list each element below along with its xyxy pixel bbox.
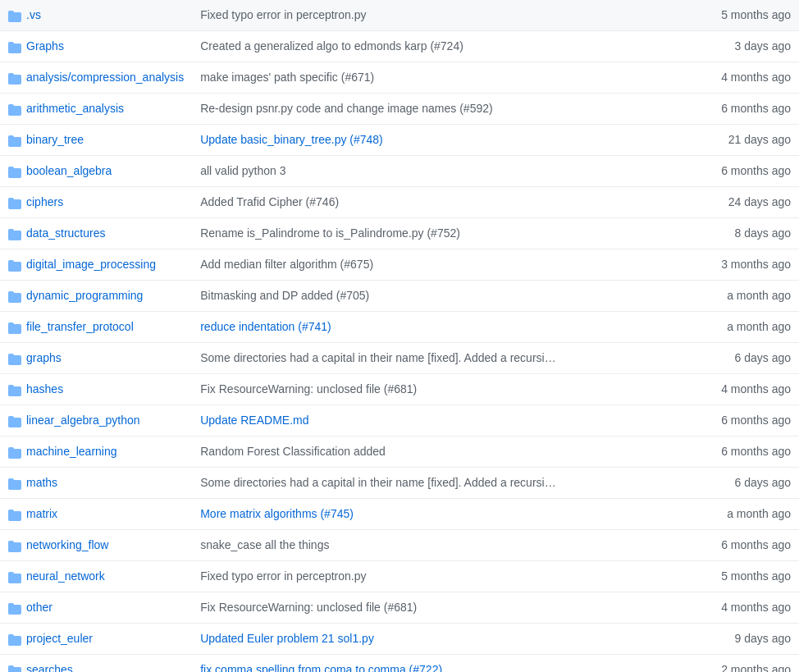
commit-time: 4 months ago [701,592,799,624]
folder-cell: file_transfer_protocol [0,312,192,343]
folder-cell: binary_tree [0,125,192,156]
table-row: boolean_algebraall valid python 36 month… [0,156,799,187]
folder-link[interactable]: dynamic_programming [26,287,143,304]
commit-time: 8 days ago [701,218,799,249]
folder-cell: project_euler [0,624,192,655]
commit-message-cell: Fix ResourceWarning: unclosed file (#681… [192,374,701,405]
folder-cell: maths [0,468,192,499]
commit-message: Fixed typo error in perceptron.py [200,569,366,583]
commit-link[interactable]: More matrix algorithms (#745) [200,507,354,520]
commit-message-cell: Add median filter algorithm (#675) [192,249,701,281]
folder-link[interactable]: Graphs [26,38,64,55]
folder-icon [8,384,21,395]
commit-message-cell: Random Forest Classification added [192,437,701,468]
table-row: GraphsCreated a generalized algo to edmo… [0,31,799,62]
folder-link[interactable]: file_transfer_protocol [26,318,134,336]
folder-icon [8,41,21,53]
folder-link[interactable]: hashes [26,381,63,398]
folder-link[interactable]: boolean_algebra [26,162,112,180]
folder-link[interactable]: graphs [26,350,62,367]
folder-link[interactable]: neural_network [26,568,105,585]
folder-icon [8,197,21,208]
commit-link[interactable]: fix comma spelling from coma to comma (#… [200,663,442,672]
table-row: .vsFixed typo error in perceptron.py5 mo… [0,0,799,31]
table-row: linear_algebra_pythonUpdate README.md6 m… [0,405,799,437]
commit-message: Some directories had a capital in their … [200,476,555,489]
folder-link[interactable]: other [26,599,53,616]
folder-icon [8,540,21,551]
folder-link[interactable]: project_euler [26,630,93,647]
table-row: neural_networkFixed typo error in percep… [0,561,799,592]
commit-time: 5 months ago [701,561,799,592]
commit-message-cell: Update basic_binary_tree.py (#748) [192,125,701,156]
commit-message: Add median filter algorithm (#675) [200,258,373,271]
commit-message-cell: reduce indentation (#741) [192,312,701,343]
folder-cell: digital_image_processing [0,249,192,281]
folder-link[interactable]: data_structures [26,225,106,242]
commit-time: 6 months ago [701,156,799,187]
folder-link[interactable]: digital_image_processing [26,256,156,273]
commit-time: a month ago [701,312,799,343]
folder-link[interactable]: linear_algebra_python [26,412,140,429]
commit-time: 6 months ago [701,530,799,561]
commit-message: Created a generalized algo to edmonds ka… [200,39,463,53]
commit-link[interactable]: Update basic_binary_tree.py (#748) [200,133,383,146]
folder-icon [8,633,21,645]
table-row: searchesfix comma spelling from coma to … [0,655,799,673]
commit-time: 3 months ago [701,249,799,281]
folder-link[interactable]: ciphers [26,194,63,211]
commit-message: Re-design psnr.py code and change image … [200,102,492,115]
folder-link[interactable]: analysis/compression_analysis [26,69,184,86]
commit-message: Random Forest Classification added [200,445,386,458]
commit-message: Added Trafid Cipher (#746) [200,195,339,208]
folder-cell: searches [0,655,192,673]
commit-time: 4 months ago [701,62,799,94]
folder-cell: machine_learning [0,437,192,468]
folder-link[interactable]: networking_flow [26,537,108,554]
folder-icon [8,290,21,302]
commit-time: 5 months ago [701,0,799,31]
folder-link[interactable]: binary_tree [26,131,84,149]
commit-message-cell: fix comma spelling from coma to comma (#… [192,655,701,673]
folder-icon [8,353,21,364]
commit-message-cell: Rename is_Palindrome to is_Palindrome.py… [192,218,701,249]
commit-link[interactable]: reduce indentation (#741) [200,320,331,333]
commit-message-cell: Bitmasking and DP added (#705) [192,281,701,312]
commit-message-cell: make images' path specific (#671) [192,62,701,94]
commit-link[interactable]: Updated Euler problem 21 sol1.py [200,632,374,645]
commit-time: 6 months ago [701,405,799,437]
commit-time: 6 months ago [701,94,799,125]
table-row: mathsSome directories had a capital in t… [0,468,799,499]
commit-message-cell: Created a generalized algo to edmonds ka… [192,31,701,62]
folder-link[interactable]: .vs [26,7,41,24]
folder-cell: graphs [0,343,192,374]
commit-message-cell: Some directories had a capital in their … [192,468,701,499]
commit-time: 24 days ago [701,187,799,218]
commit-link[interactable]: Update README.md [200,414,308,427]
commit-message: make images' path specific (#671) [200,71,374,84]
table-row: otherFix ResourceWarning: unclosed file … [0,592,799,624]
folder-link[interactable]: arithmetic_analysis [26,100,124,117]
commit-message: Fix ResourceWarning: unclosed file (#681… [200,382,417,395]
table-row: data_structuresRename is_Palindrome to i… [0,218,799,249]
folder-link[interactable]: machine_learning [26,443,117,460]
commit-message: Rename is_Palindrome to is_Palindrome.py… [200,226,460,240]
folder-icon [8,509,21,520]
commit-time: 2 months ago [701,655,799,673]
folder-link[interactable]: maths [26,474,57,491]
folder-icon [8,228,21,240]
folder-link[interactable]: matrix [26,505,57,523]
folder-cell: boolean_algebra [0,156,192,187]
folder-cell: neural_network [0,561,192,592]
folder-cell: .vs [0,0,192,31]
folder-cell: linear_algebra_python [0,405,192,437]
table-row: analysis/compression_analysismake images… [0,62,799,94]
folder-cell: ciphers [0,187,192,218]
commit-message-cell: snake_case all the things [192,530,701,561]
table-row: hashesFix ResourceWarning: unclosed file… [0,374,799,405]
table-row: project_eulerUpdated Euler problem 21 so… [0,624,799,655]
folder-icon [8,602,21,614]
folder-icon [8,135,21,146]
commit-message-cell: Added Trafid Cipher (#746) [192,187,701,218]
folder-link[interactable]: searches [26,661,73,672]
